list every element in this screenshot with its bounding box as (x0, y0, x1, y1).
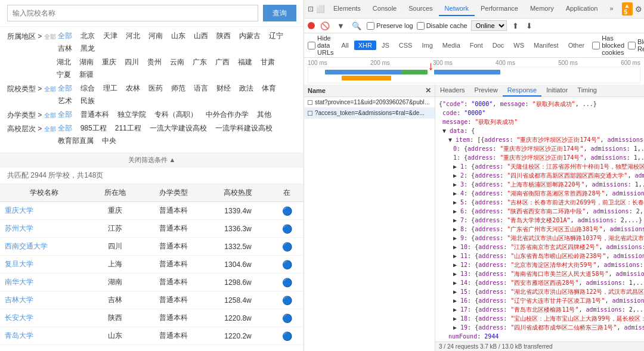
filter-opt[interactable]: 普通本科 (79, 109, 111, 120)
filter-css[interactable]: CSS (395, 41, 417, 50)
filter-opt[interactable]: 师范 (169, 83, 187, 94)
filter-opt[interactable]: 甘肃 (259, 57, 277, 68)
filter-opt[interactable]: 宁夏 (55, 69, 73, 80)
filter-js[interactable]: JS (377, 41, 394, 50)
dock-icon[interactable]: ⊡ (308, 5, 314, 13)
record-button[interactable] (308, 22, 315, 29)
filter-opt[interactable]: 中央 (100, 135, 118, 147)
filter-opt[interactable]: 211工程 (113, 123, 143, 134)
filter-opt[interactable]: 全部 (56, 109, 74, 120)
filter-xhr[interactable]: XHR (354, 41, 376, 50)
search-button[interactable]: 查询 (263, 5, 296, 21)
filter-opt[interactable]: 中外合作办学 (204, 109, 250, 120)
school-name[interactable]: 复旦大学 (0, 256, 89, 274)
filter-opt[interactable]: 理工 (101, 83, 119, 94)
filter-opt[interactable]: 云南 (168, 57, 186, 68)
clear-button[interactable]: 🚫 (318, 21, 332, 31)
filter-opt[interactable]: 医药 (147, 83, 165, 94)
school-name[interactable]: 青岛大学 (0, 327, 89, 345)
school-name[interactable]: 长安大学 (0, 309, 89, 327)
tab-headers[interactable]: Headers (435, 85, 470, 97)
filter-opt[interactable]: 陕西 (215, 30, 233, 42)
filter-opt[interactable]: 985工程 (79, 123, 109, 134)
filter-opt[interactable]: 体育 (260, 83, 278, 94)
filter-icon[interactable]: ▼ (335, 21, 346, 31)
filter-doc[interactable]: Doc (488, 41, 509, 50)
filter-img[interactable]: Img (417, 41, 436, 50)
filter-opt[interactable]: 一流学科建设高校 (213, 123, 274, 134)
filter-opt[interactable]: 民族 (79, 95, 97, 107)
hide-data-urls-checkbox[interactable] (308, 42, 315, 49)
filter-opt[interactable]: 政法 (237, 83, 255, 94)
filter-other[interactable]: Other (564, 41, 589, 50)
filter-opt[interactable]: 艺术 (56, 95, 74, 107)
search-input[interactable] (7, 5, 258, 21)
undock-icon[interactable]: ⬜ (316, 5, 325, 13)
filter-opt[interactable]: 四川 (123, 57, 141, 68)
tab-more[interactable]: » (603, 2, 619, 16)
import-icon[interactable]: ⬆ (510, 21, 521, 31)
school-name[interactable]: 西南交通大学 (0, 238, 89, 256)
filter-opt[interactable]: 天津 (101, 30, 119, 42)
export-icon[interactable]: ⬇ (524, 21, 534, 31)
preserve-log-label[interactable]: Preserve log (367, 22, 413, 30)
filter-opt[interactable]: 山东 (169, 30, 187, 42)
filter-opt[interactable]: 吉林 (56, 43, 74, 54)
blocked-requests-checkbox[interactable] (628, 42, 636, 49)
filter-opt[interactable]: 专科（高职） (153, 109, 199, 120)
filter-manifest[interactable]: Manifest (530, 41, 563, 50)
tab-memory[interactable]: Memory (524, 2, 560, 16)
filter-opt[interactable]: 广西 (213, 57, 231, 68)
tab-application[interactable]: Application (560, 2, 604, 16)
disable-cache-checkbox[interactable] (417, 22, 425, 30)
filter-opt[interactable]: 教育部直属 (56, 135, 95, 147)
filter-opt[interactable]: 广东 (191, 57, 209, 68)
filter-opt[interactable]: 全部 (56, 30, 74, 42)
filter-opt[interactable]: 湖南 (78, 57, 95, 68)
filter-opt[interactable]: 重庆 (100, 57, 118, 68)
school-name[interactable]: 吉林大学 (0, 291, 89, 309)
filter-opt[interactable]: 综合 (79, 83, 97, 94)
filter-all[interactable]: All (338, 41, 353, 50)
request-item-1[interactable]: stat?province=11&uid=2093960267&publis..… (304, 97, 435, 108)
filter-opt[interactable]: 全部 (56, 123, 74, 134)
tab-performance[interactable]: Performance (475, 2, 524, 16)
tab-initiator[interactable]: Initiator (541, 85, 572, 97)
tab-preview[interactable]: Preview (470, 85, 503, 97)
collapse-bar[interactable]: 关闭筛选条件 ▲ (0, 153, 304, 167)
school-name[interactable]: 苏州大学 (0, 220, 89, 238)
filter-opt[interactable]: 内蒙古 (237, 30, 262, 42)
school-name[interactable]: 重庆大学 (0, 202, 89, 220)
search-icon[interactable]: 🔍 (350, 21, 363, 31)
filter-opt[interactable]: 辽宁 (267, 30, 285, 42)
request-item-2[interactable]: ?access_token=&admissions=¢ral=&de... (304, 108, 435, 119)
filter-opt[interactable]: 贵州 (145, 57, 163, 68)
disable-cache-label[interactable]: Disable cache (417, 22, 467, 30)
school-name[interactable]: 南华大学 (0, 274, 89, 291)
preserve-log-checkbox[interactable] (367, 22, 374, 30)
filter-opt[interactable]: 黑龙 (79, 43, 97, 54)
close-filter-icon[interactable]: ✕ (425, 86, 431, 95)
tab-sources[interactable]: Sources (402, 2, 438, 16)
tab-network[interactable]: Network (439, 2, 475, 16)
filter-opt[interactable]: 山西 (192, 30, 210, 42)
blocked-requests-label[interactable]: Blocked Requests (628, 38, 644, 52)
filter-opt[interactable]: 其他 (255, 109, 273, 120)
filter-opt[interactable]: 农林 (124, 83, 142, 94)
filter-media[interactable]: Media (438, 41, 465, 50)
filter-opt[interactable]: 北京 (79, 30, 97, 42)
filter-font[interactable]: Font (466, 41, 487, 50)
filter-opt[interactable]: 河南 (147, 30, 165, 42)
throttle-select[interactable]: Online (471, 20, 507, 31)
tab-timing[interactable]: Timing (572, 85, 602, 97)
filter-opt[interactable]: 财经 (215, 83, 233, 94)
blocked-cookies-label[interactable]: Has blocked cookies (592, 35, 624, 56)
filter-opt[interactable]: 新疆 (78, 69, 95, 80)
filter-ws[interactable]: WS (509, 41, 528, 50)
filter-opt[interactable]: 一流大学建设高校 (148, 123, 209, 134)
filter-opt[interactable]: 河北 (124, 30, 142, 42)
filter-opt[interactable]: 独立学院 (116, 109, 148, 120)
settings-icon[interactable]: ⚙ (635, 5, 642, 14)
tab-response[interactable]: Response (503, 85, 542, 97)
hide-data-urls-label[interactable]: Hide data URLs (308, 35, 334, 56)
